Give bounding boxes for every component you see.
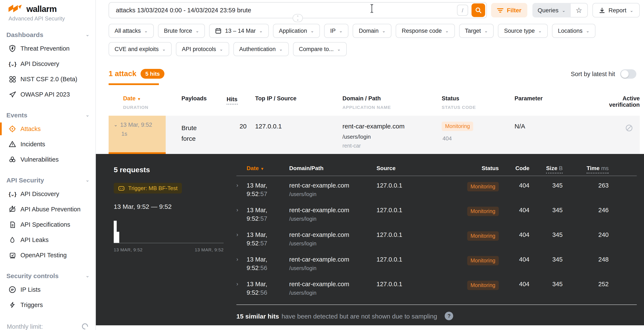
search-input[interactable]: attacks 13/03/2024 0:00 - 14/03/2024 23:… [108,2,487,18]
sidebar-item-api-discovery[interactable]: {⌄} API Discovery [0,56,96,71]
status-badge: Monitoring [467,281,499,290]
sort-toggle[interactable] [620,69,636,78]
sidebar-item-attacks[interactable]: Attacks [0,121,96,137]
attack-date: 13 Mar, 9:52 [120,122,152,128]
chevron-right-icon[interactable]: › [236,207,246,225]
sidebar-section-events[interactable]: Events ⌄ [0,109,96,121]
sidebar-item-vulnerabilities[interactable]: Vulnerabilities [0,152,96,167]
chevron-down-icon: ⌄ [562,8,566,12]
sidebar-item-nist-csf[interactable]: NIST CSF 2.0 (Beta) [0,71,96,87]
col-code: Code [499,165,530,171]
help-icon[interactable]: ? [445,312,454,320]
logo-title: wallarm [26,4,57,14]
request-row[interactable]: › 13 Mar,9:52:57 rent-car-example.com/us… [236,225,637,250]
request-row[interactable]: › 13 Mar,9:52:56 rent-car-example.com/us… [236,275,637,299]
col-source: Source [376,165,451,171]
chip-date-range[interactable]: 13 – 14 Mar⌄ [209,24,269,38]
app-window: wallarm Advanced API Security Dashboards… [0,0,644,330]
status-badge: Monitoring [467,182,499,191]
col-status-code: STATUS CODE [442,105,514,110]
chip-all-attacks[interactable]: All attacks⌄ [108,24,154,38]
chip-domain[interactable]: Domain⌄ [353,24,392,38]
chevron-down-icon: ⌄ [259,28,263,33]
col-date[interactable]: Date ▼ [246,165,289,171]
queries-button[interactable]: Queries ⌄ [532,3,570,17]
sidebar-item-api-specifications[interactable]: API Specifications [0,217,96,232]
chevron-right-icon[interactable]: › [236,281,246,299]
chevron-down-icon: ⌄ [162,47,166,51]
svg-text:IP: IP [11,288,14,292]
main-content: attacks 13/03/2024 0:00 - 14/03/2024 23:… [96,0,644,330]
monthly-limit-label: Monthly limit: [7,323,43,330]
trigger-badge[interactable]: Trigger: MB BF-Test [114,183,182,193]
braces-icon: {⌄} [8,190,16,198]
chevron-down-icon: ⌄ [86,177,90,183]
request-row[interactable]: › 13 Mar,9:52:57 rent-car-example.com/us… [236,176,637,201]
chip-cve-exploits[interactable]: CVE and exploits⌄ [108,42,172,56]
requests-count-title: 5 requests [114,166,236,174]
sidebar-item-api-discovery-2[interactable]: {⌄} API Discovery [0,186,96,202]
status-badge: Monitoring [467,256,499,265]
requests-sparkline: 13 MAR, 9:52 13 MAR, 9:52 [114,221,224,252]
chip-response-code[interactable]: Response code⌄ [396,24,455,38]
request-row[interactable]: › 13 Mar,9:52:56 rent-car-example.com/us… [236,250,637,275]
sidebar-item-owasp-api[interactable]: OWASP API 2023 [0,87,96,102]
chip-source-type[interactable]: Source type⌄ [498,24,548,38]
chip-ip[interactable]: IP⌄ [324,24,348,38]
chevron-right-icon[interactable]: › [236,231,246,250]
status-badge: Monitoring [467,231,499,241]
slash-key-hint: / [457,5,468,16]
attack-table-row[interactable]: ⌄ 13 Mar, 9:52 1s Brute force 20 127.0.0… [108,116,640,154]
tab-attacks-count[interactable]: 1 attack [108,69,136,78]
sidebar-item-api-leaks[interactable]: API Leaks [0,232,96,248]
sidebar-section-dashboards[interactable]: Dashboards ⌄ [0,28,96,41]
slash-circle-icon[interactable] [625,124,633,154]
axis-end-label: 13 MAR, 9:52 [195,247,224,252]
col-size[interactable]: Size B [530,165,563,171]
sidebar-item-ip-lists[interactable]: IP IP Lists [0,282,96,297]
chip-application[interactable]: Application⌄ [273,24,320,38]
sidebar-item-incidents[interactable]: Incidents [0,137,96,152]
chip-authentication[interactable]: Authentication⌄ [233,42,288,56]
chevron-down-icon: ⌄ [86,32,90,37]
chip-locations[interactable]: Locations⌄ [552,24,596,38]
shield-bolt-icon [8,45,16,52]
attack-source-ip: 127.0.0.1 [255,116,342,154]
chevron-down-icon: ⌄ [279,47,282,51]
search-button[interactable] [472,3,485,17]
chip-compare-to[interactable]: Compare to...⌄ [293,42,346,56]
col-hits[interactable]: Hits [226,96,238,105]
chevron-down-icon[interactable]: ⌄ [114,122,118,128]
report-button[interactable]: Report ⌄ [592,3,640,17]
col-date[interactable]: Date ▼ [123,95,166,102]
details-summary-block: 5 requests Trigger: MB BF-Test 13 Mar, 9… [114,154,236,325]
filter-icon [497,7,504,13]
favorite-star-button[interactable]: ☆ [570,3,588,17]
chevron-down-icon: ⌄ [144,28,148,33]
warning-triangle-icon [8,140,16,148]
sidebar-section-security-controls[interactable]: Security controls ⌄ [0,270,96,282]
chip-target[interactable]: Target⌄ [459,24,494,38]
logo-block: wallarm Advanced API Security [0,0,96,22]
robot-slash-icon [8,205,16,213]
filter-button[interactable]: Filter [491,3,527,17]
sidebar-item-openapi-testing[interactable]: OpenAPI Testing [0,248,96,263]
sidebar-section-api-security[interactable]: API Security ⌄ [0,174,96,186]
sidebar-item-triggers[interactable]: Triggers [0,297,96,313]
request-row[interactable]: › 13 Mar,9:52:57 rent-car-example.com/us… [236,201,637,225]
chevron-right-icon[interactable]: › [236,182,246,201]
search-resize-handle[interactable]: ⌃⌄ [292,14,303,22]
col-time[interactable]: Time ms [563,165,609,171]
sidebar-item-api-abuse-prevention[interactable]: API Abuse Prevention [0,202,96,217]
attack-date-cell[interactable]: ⌄ 13 Mar, 9:52 1s [108,116,166,154]
footer-divider [236,305,637,305]
sparkline-bar [117,232,119,243]
chip-api-protocols[interactable]: API protocols⌄ [176,42,229,56]
col-top-ip: Top IP / Source [255,95,342,102]
chevron-down-icon: ⌄ [310,28,314,33]
attack-hits: 20 [226,116,255,154]
chevron-right-icon[interactable]: › [236,256,246,275]
lightning-icon [8,301,16,309]
sidebar-item-threat-prevention[interactable]: Threat Prevention [0,41,96,56]
chip-brute-force[interactable]: Brute force⌄ [158,24,205,38]
